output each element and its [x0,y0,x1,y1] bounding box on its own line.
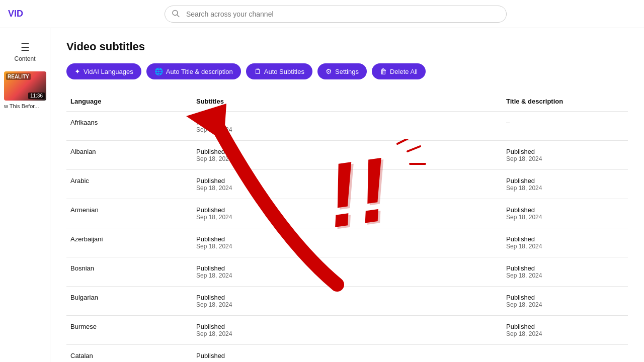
search-input[interactable] [165,6,507,23]
cell-title-desc: PublishedSep 18, 2024 [502,259,628,284]
search-icon [172,9,180,19]
cell-subtitles: PublishedSep 18, 2024 [192,230,502,255]
cell-subtitles: PublishedSep 18, 2024 [192,318,502,342]
svg-line-1 [177,15,179,17]
cell-title-desc: PublishedSep 18, 2024 [502,143,628,167]
table-row[interactable]: ArabicPublishedSep 18, 2024PublishedSep … [66,170,628,199]
cell-language: Burmese [66,318,192,342]
delete-label: Delete All [390,68,418,75]
cell-subtitles: PublishedSep 18, 2024 [192,289,502,313]
cell-language: Albanian [66,143,192,167]
video-title: w This Befor... [4,103,46,110]
cell-subtitles: PublishedSep 18, 2024 [192,143,502,167]
table-row[interactable]: AzerbaijaniPublishedSep 18, 2024Publishe… [66,228,628,257]
cell-title-desc: PublishedSep 18, 2024 [502,201,628,226]
content-icon: ☰ [21,41,30,53]
vidai-icon: ✦ [74,67,80,75]
cell-language: Bulgarian [66,289,192,313]
sidebar: ☰ Content REALITY 11:36 w This Befor... [0,28,50,362]
logo: VID [8,9,23,19]
main-content: Video subtitles ✦ VidAI Languages 🌐 Auto… [50,28,644,362]
page-title: Video subtitles [66,40,628,53]
col-subtitles: Subtitles [192,96,502,107]
settings-button[interactable]: ⚙ Settings [317,63,367,79]
toolbar: ✦ VidAI Languages 🌐 Auto Title & descrip… [66,63,628,79]
layout: ☰ Content REALITY 11:36 w This Befor... … [0,28,644,362]
auto-subtitles-button[interactable]: 🗒 Auto Subtitles [246,63,312,79]
video-thumbnail: REALITY 11:36 [4,71,46,101]
table-row[interactable]: BosnianPublishedSep 18, 2024PublishedSep… [66,257,628,287]
cell-language: Afrikaans [66,114,192,138]
cell-subtitles: PublishedSep 18, 2024 [192,114,502,138]
cell-language: Armenian [66,201,192,226]
video-duration: 11:36 [28,93,45,99]
cell-title-desc: PublishedSep 18, 2024 [502,172,628,197]
auto-subtitles-icon: 🗒 [254,67,261,75]
table-row[interactable]: CatalanPublished [66,345,628,362]
topbar: VID [0,0,644,28]
auto-title-icon: 🌐 [154,67,163,75]
cell-subtitles: PublishedSep 18, 2024 [192,201,502,226]
table-row[interactable]: BurmesePublishedSep 18, 2024PublishedSep… [66,316,628,345]
video-thumb-area[interactable]: REALITY 11:36 w This Befor... [0,67,50,114]
settings-icon: ⚙ [326,67,332,75]
cell-language: Azerbaijani [66,230,192,255]
cell-title-desc [502,347,628,362]
search-bar [165,6,507,23]
video-label: REALITY [6,73,31,80]
col-language: Language [66,96,192,107]
cell-subtitles: Published [192,347,502,362]
vidai-label: VidAI Languages [84,68,133,75]
cell-language: Bosnian [66,259,192,284]
auto-title-button[interactable]: 🌐 Auto Title & description [146,63,241,79]
table-row[interactable]: AfrikaansPublishedSep 18, 2024– [66,112,628,141]
table-row[interactable]: ArmenianPublishedSep 18, 2024PublishedSe… [66,199,628,228]
table-row[interactable]: AlbanianPublishedSep 18, 2024PublishedSe… [66,141,628,170]
delete-all-button[interactable]: 🗑 Delete All [372,63,426,79]
cell-language: Arabic [66,172,192,197]
auto-subtitles-label: Auto Subtitles [264,68,304,75]
sidebar-item-label: Content [14,55,35,62]
cell-language: Catalan [66,347,192,362]
subtitles-table: Language Subtitles Title & description A… [66,92,628,362]
cell-subtitles: PublishedSep 18, 2024 [192,259,502,284]
cell-title-desc: PublishedSep 18, 2024 [502,318,628,342]
cell-title-desc: PublishedSep 18, 2024 [502,289,628,313]
settings-label: Settings [335,68,359,75]
table-header: Language Subtitles Title & description [66,92,628,112]
table-row[interactable]: BulgarianPublishedSep 18, 2024PublishedS… [66,287,628,316]
vidai-languages-button[interactable]: ✦ VidAI Languages [66,63,141,79]
table-body: AfrikaansPublishedSep 18, 2024–AlbanianP… [66,112,628,362]
col-title-desc: Title & description [502,96,628,107]
cell-title-desc: – [502,114,628,138]
sidebar-item-content[interactable]: ☰ Content [0,36,50,67]
delete-icon: 🗑 [380,67,387,75]
auto-title-label: Auto Title & description [166,68,233,75]
cell-title-desc: PublishedSep 18, 2024 [502,230,628,255]
cell-subtitles: PublishedSep 18, 2024 [192,172,502,197]
